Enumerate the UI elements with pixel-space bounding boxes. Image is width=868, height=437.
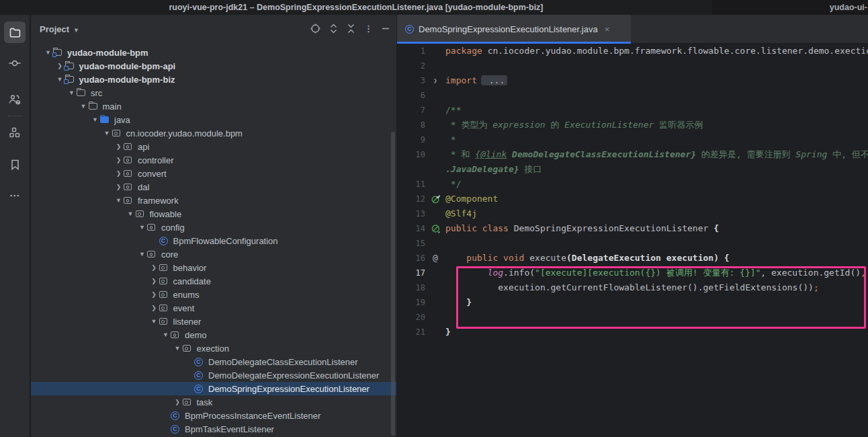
fold-arrow-icon[interactable]: ❯ — [433, 73, 437, 88]
code-line-16[interactable]: 16@ public void execute(DelegateExecutio… — [397, 251, 868, 266]
package-icon — [159, 264, 167, 271]
chevron-down-icon[interactable]: ▼ — [161, 331, 171, 338]
chevron-down-icon[interactable]: ▼ — [67, 89, 77, 96]
tree-item-core[interactable]: ▼core — [31, 247, 396, 261]
code-line-20[interactable]: 20 — [397, 310, 868, 325]
collapse-all-button collapse-all-icon[interactable] — [347, 24, 355, 34]
tree-item-bpmflowableconfiguration[interactable]: CBpmFlowableConfiguration — [31, 234, 396, 247]
more-tool-windows-button ellipsis-icon[interactable]: ⋯ — [4, 185, 26, 206]
tree-item-flowable[interactable]: ▼flowable — [31, 207, 396, 221]
tree-item-label: behavior — [171, 263, 207, 273]
chevron-down-icon[interactable]: ▼ — [137, 251, 147, 257]
tree-item-framework[interactable]: ▼framework — [31, 194, 396, 207]
folder-icon — [89, 103, 97, 110]
tree-item-api[interactable]: ❯api — [31, 140, 396, 153]
code-line-15[interactable]: 15 — [397, 236, 868, 251]
tree-item-src[interactable]: ▼src — [31, 86, 396, 100]
chevron-right-icon[interactable]: ❯ — [114, 157, 124, 163]
class-icon: C — [194, 358, 203, 366]
editor-tab-bar: C DemoSpringExpressionExecutionListener.… — [397, 15, 868, 44]
code-line-wrap[interactable]: .JavaDelegate} 接口 — [397, 162, 868, 177]
chevron-right-icon[interactable]: ❯ — [149, 305, 159, 311]
structure-tool-button structure-icon[interactable] — [4, 122, 26, 143]
tree-item-bpmprocessinstanceeventlistener[interactable]: CBpmProcessInstanceEventListener — [31, 409, 396, 422]
chevron-down-icon[interactable]: ▼ — [114, 197, 124, 204]
tree-item-bpmtaskeventlistener[interactable]: CBpmTaskEventListener — [31, 422, 396, 436]
chevron-down-icon[interactable]: ▼ — [79, 103, 89, 110]
tree-item-yudao-module-bpm-api[interactable]: ❯yudao-module-bpm-api — [31, 59, 396, 73]
chevron-right-icon[interactable]: ❯ — [114, 184, 124, 190]
code-line-10[interactable]: 10 * 和 {@link DemoDelegateClassExecution… — [397, 147, 868, 162]
tree-item-java[interactable]: ▼java — [31, 113, 396, 126]
chevron-down-icon[interactable]: ▼ — [126, 210, 136, 217]
bookmarks-tool-button bookmark-icon[interactable] — [4, 154, 26, 175]
package-icon — [147, 224, 155, 231]
tree-item-demodelegateexpressionexecutionlistener[interactable]: CDemoDelegateExpressionExecutionListener — [31, 368, 396, 382]
code-line-9[interactable]: 9 * — [397, 132, 868, 147]
panel-options-button kebab-menu-icon[interactable]: ⋮ — [364, 24, 373, 34]
code-line-6[interactable]: 6 — [397, 88, 868, 103]
tree-item-candidate[interactable]: ❯candidate — [31, 274, 396, 288]
project-panel-title[interactable]: Project▼ — [40, 24, 79, 34]
chevron-down-icon[interactable]: ▼ — [43, 49, 53, 56]
code-line-2[interactable]: 2 — [397, 58, 868, 73]
code-line-19[interactable]: 19 } — [397, 295, 868, 310]
background-window-title[interactable]: yudao-ui- — [712, 0, 868, 15]
code-line-11[interactable]: 11 */ — [397, 177, 868, 192]
chevron-down-icon[interactable]: ▼ — [173, 345, 183, 352]
folder-icon — [77, 89, 85, 96]
code-line-21[interactable]: 21} — [397, 325, 868, 340]
tree-item-demospringexpressionexecutionlistener[interactable]: CDemoSpringExpressionExecutionListener — [31, 382, 396, 395]
tree-item-enums[interactable]: ❯enums — [31, 288, 396, 301]
tree-item-yudao-module-bpm-biz[interactable]: ▼yudao-module-bpm-biz — [31, 73, 396, 86]
tree-item-main[interactable]: ▼main — [31, 100, 396, 113]
package-icon — [112, 130, 120, 136]
line-number: 14 — [397, 221, 425, 236]
tree-item-demodelegateclassexecutionlistener[interactable]: CDemoDelegateClassExecutionListener — [31, 355, 396, 368]
code-line-12[interactable]: 12@Component — [397, 192, 868, 206]
code-line-3[interactable]: 3❯import ... — [397, 73, 868, 88]
tree-item-task[interactable]: ❯task — [31, 395, 396, 409]
code-editor[interactable]: 1package cn.iocoder.yudao.module.bpm.fra… — [397, 44, 868, 437]
tree-item-yudao-module-bpm[interactable]: ▼yudao-module-bpm — [31, 46, 396, 59]
chevron-right-icon[interactable]: ❯ — [114, 143, 124, 150]
tree-item-label: core — [159, 249, 178, 260]
expand-button expand-icon[interactable] — [329, 24, 338, 34]
tree-item-demo[interactable]: ▼demo — [31, 328, 396, 342]
tab-demo-spring-expression-execution-listener[interactable]: C DemoSpringExpressionExecutionListener.… — [397, 15, 631, 44]
project-tree-scrollbar[interactable] — [391, 132, 395, 436]
tree-item-event[interactable]: ❯event — [31, 301, 396, 315]
chevron-right-icon[interactable]: ❯ — [114, 170, 124, 177]
tree-item-cn-iocoder-yudao-module-bpm[interactable]: ▼cn.iocoder.yudao.module.bpm — [31, 126, 396, 140]
chevron-right-icon[interactable]: ❯ — [173, 399, 183, 405]
tree-item-listener[interactable]: ▼listener — [31, 315, 396, 328]
hide-panel-button hide-icon[interactable] — [382, 24, 390, 34]
tree-item-controller[interactable]: ❯controller — [31, 153, 396, 167]
tree-item-dal[interactable]: ❯dal — [31, 180, 396, 194]
code-line-18[interactable]: 18 execution.getCurrentFlowableListener(… — [397, 280, 868, 295]
chevron-down-icon[interactable]: ▼ — [149, 318, 159, 325]
chevron-down-icon[interactable]: ▼ — [137, 224, 147, 231]
commit-tool-button commit-icon[interactable] — [4, 52, 26, 74]
package-icon — [136, 210, 144, 217]
annotation-gutter-icon[interactable]: @ — [433, 251, 438, 266]
project-tool-button folder-icon[interactable] — [4, 22, 26, 43]
tree-item-behavior[interactable]: ❯behavior — [31, 261, 396, 274]
code-line-8[interactable]: 8 * 类型为 expression 的 ExecutionListener 监… — [397, 118, 868, 132]
chevron-down-icon[interactable]: ▼ — [90, 116, 100, 123]
tab-close-icon[interactable]: × — [605, 24, 610, 34]
code-line-17[interactable]: 17 log.info("[execute][execution({}) 被调用… — [397, 266, 868, 280]
code-line-14[interactable]: 14public class DemoSpringExpressionExecu… — [397, 221, 868, 236]
code-line-7[interactable]: 7/** — [397, 103, 868, 118]
locate-file-button locate-icon[interactable] — [310, 24, 320, 34]
chevron-down-icon[interactable]: ▼ — [102, 130, 112, 136]
code-line-13[interactable]: 13@Slf4j — [397, 206, 868, 221]
tree-item-exection[interactable]: ▼exection — [31, 342, 396, 355]
chevron-right-icon[interactable]: ❯ — [149, 291, 159, 298]
pull-requests-tool-button people-question-icon[interactable]: ? — [4, 89, 26, 110]
tree-item-convert[interactable]: ❯convert — [31, 167, 396, 180]
chevron-right-icon[interactable]: ❯ — [149, 264, 159, 271]
tree-item-config[interactable]: ▼config — [31, 221, 396, 234]
chevron-right-icon[interactable]: ❯ — [149, 278, 159, 284]
code-line-1[interactable]: 1package cn.iocoder.yudao.module.bpm.fra… — [397, 44, 868, 58]
